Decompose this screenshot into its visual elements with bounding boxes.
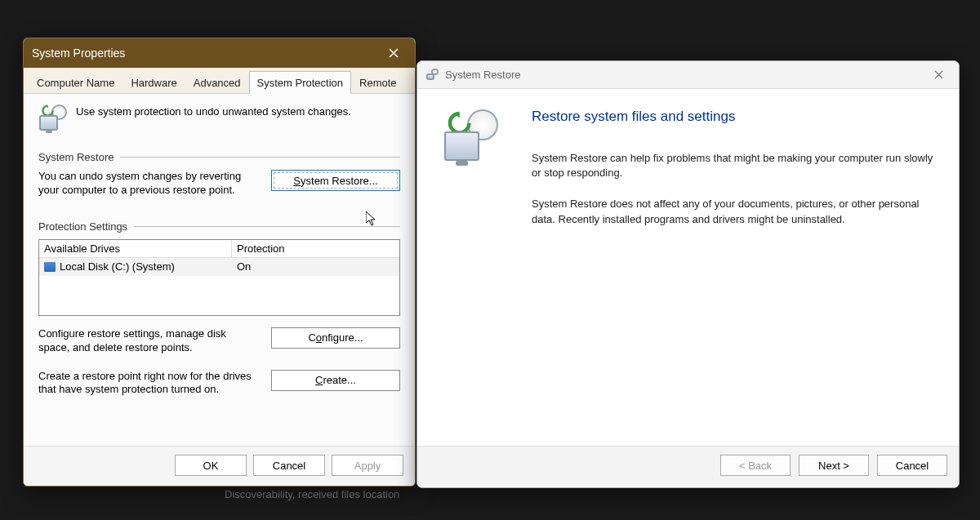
configure-button[interactable]: Configure... <box>271 327 400 349</box>
col-available-drives[interactable]: Available Drives <box>39 240 232 257</box>
tab-remote[interactable]: Remote <box>351 71 405 93</box>
sysprop-tab-strip: Computer Name Hardware Advanced System P… <box>24 68 415 94</box>
sysprop-close-button[interactable] <box>381 42 407 64</box>
create-button[interactable]: Create... <box>271 370 400 391</box>
restore-heading: Restore system files and settings <box>532 109 934 125</box>
restore-content: Restore system files and settings System… <box>417 89 959 446</box>
group-system-restore-label: System Restore <box>38 151 114 163</box>
ok-button[interactable]: OK <box>175 455 247 476</box>
close-icon <box>934 70 943 79</box>
restore-para-1: System Restore can help fix problems tha… <box>532 151 934 180</box>
close-icon <box>389 48 399 58</box>
apply-button[interactable]: Apply <box>332 455 403 476</box>
cancel-button[interactable]: Cancel <box>253 455 325 476</box>
system-restore-button[interactable]: System Restore... <box>271 170 400 191</box>
system-restore-wizard: System Restore Restore system files and … <box>416 60 960 488</box>
create-desc: Create a restore point right now for the… <box>38 370 258 398</box>
sysprop-intro: Use system protection to undo unwanted s… <box>38 104 400 131</box>
drive-name: Local Disk (C:) (System) <box>60 260 175 273</box>
group-protection-settings: Protection Settings <box>38 220 400 233</box>
system-properties-dialog: System Properties Computer Name Hardware… <box>23 38 416 487</box>
tab-hardware[interactable]: Hardware <box>122 71 185 93</box>
drive-protection-status: On <box>232 260 399 273</box>
col-protection[interactable]: Protection <box>232 242 399 255</box>
back-button[interactable]: < Back <box>720 455 791 476</box>
tab-advanced[interactable]: Advanced <box>185 71 249 93</box>
next-button[interactable]: Next > <box>799 455 869 476</box>
tab-system-protection[interactable]: System Protection <box>249 71 352 94</box>
sysprop-title: System Properties <box>32 47 381 60</box>
restore-close-button[interactable] <box>926 65 951 85</box>
table-row[interactable]: Local Disk (C:) (System) On <box>39 258 399 276</box>
restore-titlebar: System Restore <box>417 61 959 89</box>
sysprop-footer: OK Cancel Apply <box>24 446 415 486</box>
drives-table-header: Available Drives Protection <box>39 240 399 258</box>
restore-footer: < Back Next > Cancel <box>417 446 959 487</box>
configure-desc: Configure restore settings, manage disk … <box>38 327 258 355</box>
restore-title: System Restore <box>445 69 920 81</box>
restore-app-icon <box>425 69 439 82</box>
restore-wizard-icon <box>442 109 507 438</box>
system-restore-desc: You can undo system changes by reverting… <box>38 170 258 198</box>
group-protection-settings-label: Protection Settings <box>38 220 127 233</box>
sysprop-intro-text: Use system protection to undo unwanted s… <box>76 104 351 118</box>
group-system-restore: System Restore <box>38 151 400 163</box>
system-protection-icon <box>38 104 66 131</box>
wizard-cancel-button[interactable]: Cancel <box>877 455 947 476</box>
background-settings-hint: Discoverability, received files location <box>225 488 399 500</box>
restore-para-2: System Restore does not affect any of yo… <box>532 197 934 226</box>
sysprop-titlebar: System Properties <box>24 38 415 68</box>
sysprop-body: Use system protection to undo unwanted s… <box>24 94 415 446</box>
tab-computer-name[interactable]: Computer Name <box>29 71 122 93</box>
drives-table: Available Drives Protection Local Disk (… <box>38 239 400 316</box>
drive-icon <box>44 262 56 272</box>
